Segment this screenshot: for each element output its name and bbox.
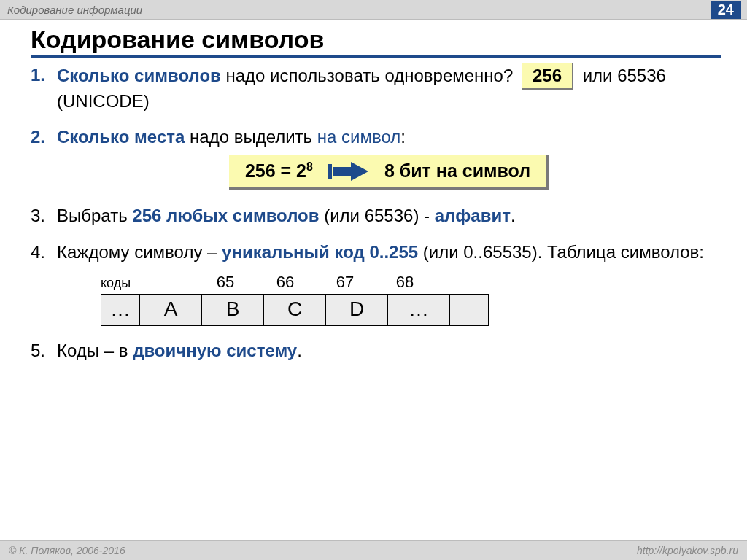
char-cell: A [140, 294, 202, 325]
text: уникальный код 0..255 [222, 242, 418, 262]
text: Коды – в [57, 341, 133, 360]
char-cell: B [202, 294, 264, 325]
formula-left: 256 = 28 [245, 159, 313, 183]
char-cell: … [388, 294, 450, 325]
char-cell: C [264, 294, 326, 325]
char-cell: D [326, 294, 388, 325]
text: надо использовать одновременно? [221, 66, 518, 85]
item-number: 3. [31, 204, 57, 228]
text: надо выделить [185, 127, 317, 147]
char-cell: … [101, 294, 140, 325]
formula-right: 8 бит на символ [384, 159, 530, 183]
text: Выбрать [57, 206, 132, 225]
item-5: 5. Коды – в двоичную систему. [31, 339, 721, 362]
arrow-right-icon [328, 160, 370, 182]
item-number: 5. [31, 339, 57, 362]
code-value: 66 [255, 271, 315, 292]
slide-footer: © К. Поляков, 2006-2016 http://kpolyakov… [0, 540, 747, 560]
footer-copyright: © К. Поляков, 2006-2016 [9, 545, 125, 556]
text: . [511, 206, 516, 225]
text: (или 65536) - [320, 206, 435, 225]
svg-rect-0 [328, 164, 332, 179]
svg-rect-1 [333, 167, 351, 176]
slide-title: Кодирование символов [31, 26, 721, 58]
slide-header: Кодирование информации 24 [0, 0, 747, 20]
header-title: Кодирование информации [7, 4, 142, 16]
text: 256 любых символов [132, 206, 319, 225]
item-2: 2. Сколько места надо выделить на символ… [31, 125, 721, 191]
code-value: 65 [196, 271, 255, 292]
char-table: … A B C D … [101, 294, 489, 326]
text: . [297, 341, 302, 360]
text: : [400, 127, 406, 147]
svg-marker-2 [351, 162, 368, 181]
text: Сколько места [57, 127, 185, 147]
page-number: 24 [711, 1, 741, 19]
text: (или 0..65535). Таблица символов: [418, 242, 704, 262]
codes-label: коды [101, 275, 196, 292]
code-value: 67 [315, 271, 375, 292]
slide-content: Кодирование символов 1. Сколько символов… [0, 20, 747, 362]
main-list: 1. Сколько символов надо использовать од… [31, 63, 721, 362]
item-number: 1. [31, 63, 57, 112]
formula-box: 256 = 28 8 бит на символ [229, 155, 549, 190]
text: Сколько символов [57, 66, 221, 85]
highlight-box: 256 [522, 63, 573, 90]
text: на символ [317, 127, 400, 147]
text: алфавит [435, 206, 511, 225]
item-4: 4. Каждому символу – уникальный код 0..2… [31, 241, 721, 326]
item-number: 4. [31, 241, 57, 326]
item-1: 1. Сколько символов надо использовать од… [31, 63, 721, 112]
code-value: 68 [375, 271, 435, 292]
item-number: 2. [31, 125, 57, 191]
char-cell [450, 294, 489, 325]
text: двоичную систему [133, 341, 297, 360]
char-table-wrap: коды 65 66 67 68 … A B C D … [101, 271, 721, 326]
text: Каждому символу – [57, 242, 222, 262]
footer-url: http://kpolyakov.spb.ru [637, 545, 738, 556]
item-3: 3. Выбрать 256 любых символов (или 65536… [31, 204, 721, 228]
